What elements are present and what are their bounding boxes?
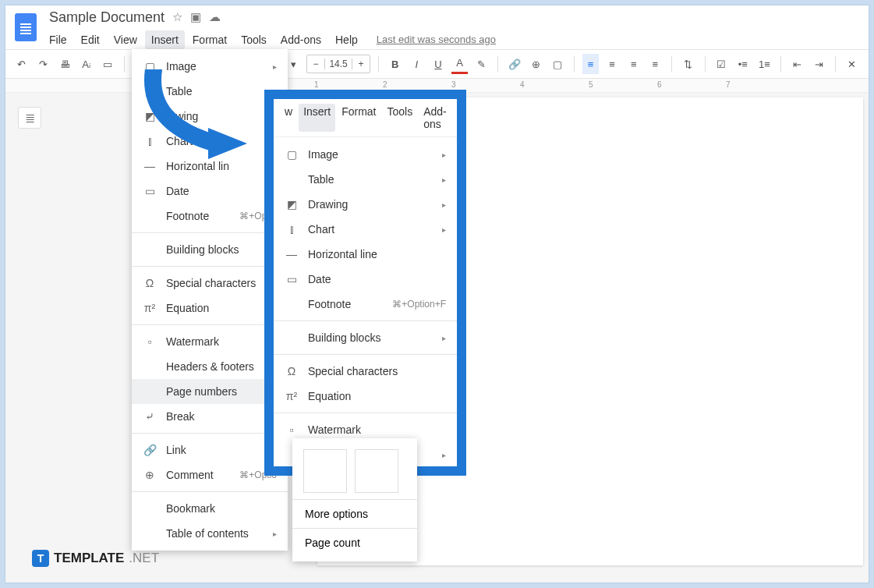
align-left-icon[interactable]: ≡ xyxy=(582,54,600,74)
separator xyxy=(705,56,706,72)
outdent-icon[interactable]: ⇤ xyxy=(789,54,806,74)
line-spacing-icon[interactable]: ⇅ xyxy=(680,54,697,74)
spellcheck-icon[interactable]: Aᵢ xyxy=(78,54,95,74)
menu-format[interactable]: Format xyxy=(337,104,380,132)
minus-icon[interactable]: − xyxy=(307,58,324,69)
menu-view-frag[interactable]: w xyxy=(280,104,297,132)
menu-item-image[interactable]: ▢Image▸ xyxy=(274,142,457,167)
menu-insert[interactable]: Insert xyxy=(145,30,185,49)
more-options-link[interactable]: More options xyxy=(292,500,417,528)
ruler-tick: 7 xyxy=(726,80,731,89)
cloud-icon[interactable]: ☁ xyxy=(209,10,221,24)
docs-logo-icon xyxy=(15,13,37,41)
menu-item-chart[interactable]: ⫿Chart▸ xyxy=(274,217,457,242)
star-icon[interactable]: ☆ xyxy=(172,10,182,24)
pi-icon: π² xyxy=(143,301,157,315)
menu-help-frag[interactable]: H xyxy=(453,104,466,132)
separator xyxy=(671,56,672,72)
menu-bar: File Edit View Insert Format Tools Add-o… xyxy=(43,30,869,49)
move-icon[interactable]: ▣ xyxy=(190,10,201,24)
menu-format[interactable]: Format xyxy=(186,30,233,49)
indent-icon[interactable]: ⇥ xyxy=(811,54,828,74)
align-justify-icon[interactable]: ≡ xyxy=(646,54,663,74)
menu-tools[interactable]: Tools xyxy=(235,30,273,49)
menu-item-equation[interactable]: π²Equation xyxy=(274,384,457,409)
menu-item-special[interactable]: ΩSpecial characters xyxy=(274,359,457,384)
menu-item-toc[interactable]: Table of contents▸ xyxy=(132,521,288,546)
menu-tools[interactable]: Tools xyxy=(382,104,417,132)
font-size-value[interactable]: 14.5 xyxy=(324,58,352,69)
align-right-icon[interactable]: ≡ xyxy=(625,54,642,74)
chart-icon: ⫿ xyxy=(285,222,299,236)
undo-icon[interactable]: ↶ xyxy=(13,54,30,74)
page-count-link[interactable]: Page count xyxy=(292,529,417,557)
redo-icon[interactable]: ↷ xyxy=(35,54,52,74)
separator xyxy=(497,56,498,72)
menu-addons[interactable]: Add-ons xyxy=(419,104,451,132)
menu-insert[interactable]: Insert xyxy=(299,104,335,132)
menu-addons[interactable]: Add-ons xyxy=(274,30,327,49)
bold-icon[interactable]: B xyxy=(387,54,404,74)
clear-format-icon[interactable]: ✕ xyxy=(844,54,861,74)
chevron-right-icon: ▸ xyxy=(442,151,446,159)
comment-icon: ⊕ xyxy=(143,468,157,482)
last-edit-link[interactable]: Last edit was seconds ago xyxy=(370,30,502,49)
comment-icon[interactable]: ⊕ xyxy=(528,54,545,74)
page-numbers-submenu: More options Page count xyxy=(292,438,417,561)
separator xyxy=(835,56,836,72)
underline-icon[interactable]: U xyxy=(430,54,447,74)
menu-item-blocks[interactable]: Building blocks▸ xyxy=(274,325,457,350)
pagenum-option[interactable] xyxy=(355,449,398,493)
print-icon[interactable]: 🖶 xyxy=(56,54,73,74)
chevron-right-icon: ▸ xyxy=(442,476,446,476)
omega-icon: Ω xyxy=(143,276,157,290)
brand-suffix: .NET xyxy=(129,551,159,566)
menu-divider xyxy=(132,491,288,492)
drawing-icon: ◩ xyxy=(285,197,299,211)
ruler-tick: 2 xyxy=(383,80,387,89)
chevron-right-icon: ▸ xyxy=(442,334,446,342)
ruler-tick: 6 xyxy=(657,80,662,89)
brand-text: TEMPLATE xyxy=(54,551,124,566)
italic-icon[interactable]: I xyxy=(409,54,426,74)
annotation-arrow-icon xyxy=(130,69,263,171)
text-color-icon[interactable]: A xyxy=(451,54,469,74)
menu-item-bookmark[interactable]: Bookmark xyxy=(132,496,288,521)
brand-icon: T xyxy=(32,550,49,567)
menu-item-footnote[interactable]: Footnote⌘+Option+F xyxy=(274,292,457,317)
separator xyxy=(574,56,575,72)
pagenum-option[interactable] xyxy=(303,449,347,493)
outline-toggle-icon[interactable]: ≣ xyxy=(18,107,41,129)
menu-item-table[interactable]: Table▸ xyxy=(274,167,457,192)
menu-item-date[interactable]: ▭Date xyxy=(274,267,457,292)
menu-file[interactable]: File xyxy=(43,30,73,49)
omega-icon: Ω xyxy=(285,364,299,378)
separator xyxy=(124,56,125,72)
separator xyxy=(378,56,379,72)
paint-format-icon[interactable]: ▭ xyxy=(100,54,117,74)
menu-help[interactable]: Help xyxy=(329,30,364,49)
watermark-icon: ▫ xyxy=(285,423,299,437)
menu-item-hline[interactable]: —Horizontal line xyxy=(274,242,457,267)
title-bar: Sample Document ☆ ▣ ☁ xyxy=(5,5,869,30)
bullets-icon[interactable]: •≡ xyxy=(734,54,752,74)
chevron-right-icon: ▸ xyxy=(442,175,446,184)
menu-edit[interactable]: Edit xyxy=(75,30,106,49)
watermark-icon: ▫ xyxy=(143,335,157,349)
menu-item-drawing[interactable]: ◩Drawing▸ xyxy=(274,192,457,217)
highlight-icon[interactable]: ✎ xyxy=(472,54,490,74)
link-icon[interactable]: 🔗 xyxy=(506,54,523,74)
numbered-icon[interactable]: 1≡ xyxy=(756,54,773,74)
image-icon[interactable]: ▢ xyxy=(549,54,566,74)
plus-icon[interactable]: + xyxy=(352,58,370,69)
menu-view[interactable]: View xyxy=(108,30,143,49)
font-size-control[interactable]: − 14.5 + xyxy=(306,55,370,73)
chevron-right-icon: ▸ xyxy=(442,451,446,459)
checklist-icon[interactable]: ☑ xyxy=(713,54,730,74)
date-icon: ▭ xyxy=(285,272,299,286)
ruler-tick: 4 xyxy=(520,80,525,89)
doc-title[interactable]: Sample Document xyxy=(49,9,165,26)
link-icon: 🔗 xyxy=(143,443,157,457)
align-center-icon[interactable]: ≡ xyxy=(603,54,621,74)
ruler-tick: 1 xyxy=(314,80,319,89)
